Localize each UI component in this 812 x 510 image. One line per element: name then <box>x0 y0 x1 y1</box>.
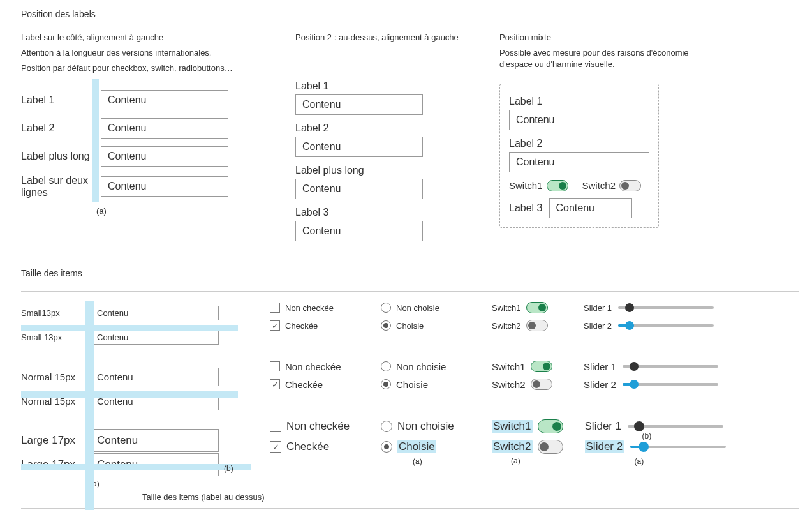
col2-sub: Position 2 : au-dessus, alignement à gau… <box>295 32 461 43</box>
slider-label: Slider 2 <box>585 440 624 453</box>
field-input[interactable]: Contenu <box>91 429 219 452</box>
checkbox[interactable] <box>270 421 281 432</box>
cyan-guide <box>92 79 99 202</box>
annotation-a: (a) <box>96 206 257 216</box>
controls-row-normal: Checkée Choisie Switch2 Slider 2 <box>270 379 799 390</box>
checkbox-label: Non checkée <box>286 420 350 433</box>
col1-sub3: Position par défaut pour checkbox, switc… <box>21 63 257 74</box>
field-input[interactable]: Contenu <box>101 146 228 167</box>
field-label: Large 17px <box>21 434 91 447</box>
switch-toggle[interactable] <box>531 379 552 390</box>
slider-track[interactable] <box>628 425 723 428</box>
size-row-large: Large 17px Contenu <box>21 428 238 453</box>
field-input[interactable]: Contenu <box>101 90 228 110</box>
field-input[interactable]: Contenu <box>509 152 649 172</box>
switch-label: Switch1 <box>492 361 526 372</box>
field-input[interactable]: Contenu <box>549 198 632 218</box>
field-row: Label plus long Contenu <box>21 146 257 167</box>
controls-row-small: Non checkée Non choisie Switch1 Slider 1 <box>270 302 799 313</box>
section-title-1: Position des labels <box>21 9 799 19</box>
field-row: Label sur deux lignes Contenu <box>21 174 257 199</box>
switch-toggle[interactable] <box>526 302 548 313</box>
field-input[interactable]: Contenu <box>509 110 649 130</box>
size-row-normal: Normal 15px Contenu <box>21 364 238 389</box>
slider-label: Slider 1 <box>585 420 622 433</box>
slider-track[interactable] <box>618 306 714 309</box>
col1-sub1: Label sur le côté, alignement à gauche <box>21 32 257 43</box>
checkbox[interactable] <box>270 361 280 371</box>
field-label: Label 2 <box>21 122 101 134</box>
checkbox[interactable] <box>270 441 281 453</box>
slider-label: Slider 1 <box>584 303 612 313</box>
controls-row-normal: Non checkée Non choisie Switch1 Slider 1 <box>270 361 799 372</box>
slider-track[interactable] <box>623 383 718 386</box>
col-mixed: Position mixte Possible avec mesure pour… <box>499 32 697 228</box>
radio-label: Choisie <box>397 440 436 453</box>
radio[interactable] <box>381 441 392 453</box>
above-field: Label 3 Contenu <box>295 207 461 241</box>
radio-label: Non choisie <box>397 420 454 433</box>
field-input[interactable]: Contenu <box>101 176 228 197</box>
switch-toggle[interactable] <box>526 320 548 331</box>
checkbox[interactable] <box>270 303 280 313</box>
controls-row-large: Non checkée Non choisie Switch1 Slider 1… <box>270 419 799 433</box>
field-label: Label 3 <box>509 202 543 214</box>
slider-track[interactable] <box>618 324 714 327</box>
switch-toggle[interactable] <box>538 419 563 433</box>
checkbox[interactable] <box>270 379 280 389</box>
slider-track[interactable] <box>623 365 718 368</box>
annotation-b: (b) <box>642 431 652 440</box>
footer-caption: Taille des items (label au dessus) <box>142 492 799 502</box>
field-input[interactable]: Contenu <box>295 94 423 115</box>
above-field: Label plus long Contenu <box>295 165 461 199</box>
slider-track[interactable] <box>630 446 726 448</box>
field-input[interactable]: Contenu <box>295 221 423 241</box>
checkbox-label: Non checkée <box>285 303 334 313</box>
switch-label: Switch1 <box>492 303 521 313</box>
checkbox[interactable] <box>270 320 280 331</box>
col3-sub2: Possible avec mesure pour des raisons d'… <box>499 47 697 70</box>
field-row: Label 1 Contenu <box>21 90 257 110</box>
field-input[interactable]: Contenu <box>91 368 219 386</box>
radio[interactable] <box>381 421 392 432</box>
switch-toggle[interactable] <box>619 180 641 191</box>
radio[interactable] <box>381 379 391 389</box>
radio[interactable] <box>381 361 391 371</box>
field-input[interactable]: Contenu <box>91 330 219 345</box>
above-field: Label 1 Contenu <box>509 96 649 130</box>
switch2-label: Switch2 <box>582 180 616 191</box>
switch-toggle[interactable] <box>538 440 563 454</box>
field-row: Label 2 Contenu <box>21 118 257 139</box>
switch-toggle[interactable] <box>547 180 568 191</box>
radio-label: Choisie <box>396 379 428 390</box>
field-input[interactable]: Contenu <box>91 306 219 320</box>
switch-label: Switch2 <box>492 440 533 453</box>
size-row-small: Small13px Contenu <box>21 301 238 325</box>
col1-sub2: Attention à la longueur des versions int… <box>21 47 257 59</box>
mixed-panel: Label 1 Contenu Label 2 Contenu Switch1 … <box>499 84 659 228</box>
cyan-guide <box>85 301 94 510</box>
field-input[interactable]: Contenu <box>101 118 228 139</box>
radio[interactable] <box>381 303 391 313</box>
field-label: Small13px <box>21 308 91 318</box>
switch1-label: Switch1 <box>509 180 543 191</box>
field-label: Label 2 <box>295 123 461 134</box>
controls-row-small: Checkée Choisie Switch2 Slider 2 <box>270 320 799 331</box>
field-input[interactable]: Contenu <box>295 137 423 157</box>
switch-label: Switch2 <box>492 321 521 331</box>
radio[interactable] <box>381 320 391 331</box>
switch-toggle[interactable] <box>531 361 552 372</box>
section-title-2: Taille des items <box>21 268 799 278</box>
checkbox-label: Checkée <box>285 379 323 390</box>
above-field: Label 1 Contenu <box>295 80 461 115</box>
cyan-guide <box>21 325 238 331</box>
slider-label: Slider 1 <box>584 361 616 372</box>
pink-guide <box>18 79 18 202</box>
field-label: Label sur deux lignes <box>21 174 101 199</box>
checkbox-label: Non checkée <box>285 361 341 372</box>
cyan-guide <box>21 391 238 398</box>
col-above-label: Position 2 : au-dessus, alignement à gau… <box>295 32 461 249</box>
field-input[interactable]: Contenu <box>295 179 423 199</box>
switch-label: Switch1 <box>492 420 533 433</box>
col-side-label: Label sur le côté, alignement à gauche A… <box>21 32 257 216</box>
